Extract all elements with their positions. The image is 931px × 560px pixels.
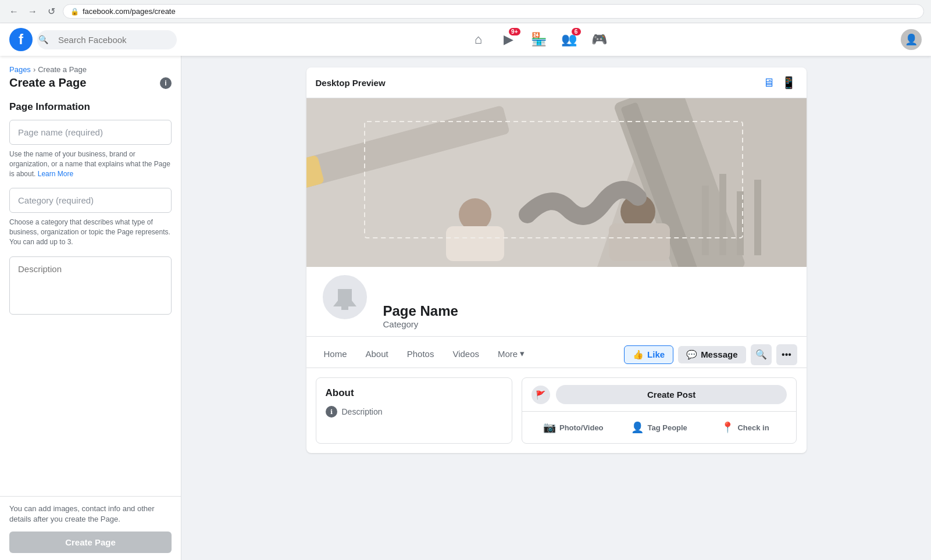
user-avatar[interactable]: 👤 bbox=[901, 29, 922, 50]
forward-button[interactable]: → bbox=[26, 5, 40, 19]
desktop-icon: 🖥 bbox=[763, 76, 775, 89]
more-options-button[interactable]: ••• bbox=[776, 344, 797, 365]
store-icon: 🏪 bbox=[531, 32, 547, 47]
photo-video-button[interactable]: 📷 Photo/Video bbox=[532, 416, 615, 438]
chevron-down-icon: ▾ bbox=[520, 348, 525, 359]
preview-card: Desktop Preview 🖥 📱 bbox=[306, 67, 807, 453]
page-navigation: Home About Photos Videos More ▾ 👍 Like 💬… bbox=[306, 341, 807, 368]
svg-rect-10 bbox=[702, 186, 709, 255]
category-hint: Choose a category that describes what ty… bbox=[9, 217, 172, 247]
url-bar[interactable]: 🔒 facebook.com/pages/create bbox=[63, 4, 924, 19]
page-title: Create a Page bbox=[9, 76, 86, 90]
create-page-button[interactable]: Create Page bbox=[9, 532, 172, 553]
profile-pic-wrap bbox=[320, 273, 369, 322]
page-name-input[interactable] bbox=[9, 120, 172, 145]
tag-icon: 👤 bbox=[631, 421, 644, 434]
nav-right: 👤 bbox=[901, 29, 922, 50]
nav-tab-photos[interactable]: Photos bbox=[399, 342, 443, 368]
main-layout: Pages › Create a Page Create a Page i Pa… bbox=[0, 56, 931, 560]
create-post-button[interactable]: Create Post bbox=[556, 385, 787, 404]
nav-tab-videos[interactable]: Videos bbox=[444, 342, 487, 368]
home-nav-button[interactable]: ⌂ bbox=[465, 26, 493, 53]
svg-marker-15 bbox=[333, 301, 356, 306]
page-action-buttons: 👍 Like 💬 Message 🔍 ••• bbox=[624, 344, 797, 365]
desktop-view-button[interactable]: 🖥 bbox=[762, 74, 776, 91]
breadcrumb: Pages › Create a Page bbox=[9, 65, 172, 74]
thumbs-up-icon: 👍 bbox=[633, 349, 644, 360]
page-name-hint: Use the name of your business, brand or … bbox=[9, 149, 172, 179]
left-sidebar: Pages › Create a Page Create a Page i Pa… bbox=[0, 56, 181, 560]
post-avatar: 🚩 bbox=[532, 386, 550, 404]
info-circle-icon: ℹ bbox=[326, 406, 337, 418]
nav-center: ⌂ ▶ 9+ 🏪 👥 6 🎮 bbox=[177, 26, 901, 53]
mobile-icon: 📱 bbox=[782, 76, 796, 89]
cover-photo bbox=[306, 98, 807, 267]
svg-rect-9 bbox=[609, 223, 670, 261]
browser-bar: ← → ↺ 🔒 facebook.com/pages/create bbox=[0, 0, 931, 23]
profile-name: Page Name bbox=[383, 303, 793, 319]
like-button[interactable]: 👍 Like bbox=[624, 345, 673, 364]
search-wrap: 🔍 bbox=[33, 30, 177, 49]
post-card: 🚩 Create Post 📷 Photo/Video 👤 Tag People bbox=[522, 377, 797, 444]
tag-people-button[interactable]: 👤 Tag People bbox=[618, 416, 701, 438]
profile-info: Page Name Category bbox=[320, 296, 793, 336]
search-icon: 🔍 bbox=[38, 35, 48, 44]
breadcrumb-arrow: › bbox=[33, 65, 35, 74]
lock-icon: 🔒 bbox=[70, 8, 79, 16]
svg-rect-7 bbox=[446, 226, 504, 261]
preview-view-buttons: 🖥 📱 bbox=[762, 74, 797, 91]
sidebar-content: Pages › Create a Page Create a Page i Pa… bbox=[0, 56, 181, 496]
gaming-nav-button[interactable]: 🎮 bbox=[586, 26, 613, 53]
info-icon-button[interactable]: i bbox=[160, 77, 172, 89]
create-post-bar: 🚩 Create Post bbox=[522, 378, 797, 412]
search-page-button[interactable]: 🔍 bbox=[751, 344, 772, 365]
breadcrumb-pages-link[interactable]: Pages bbox=[9, 65, 31, 74]
about-description-text: Description bbox=[342, 407, 383, 416]
post-actions: 📷 Photo/Video 👤 Tag People 📍 Check in bbox=[522, 412, 797, 443]
cover-illustration bbox=[306, 98, 807, 267]
home-icon: ⌂ bbox=[475, 32, 482, 47]
sidebar-bottom: You can add images, contact info and oth… bbox=[0, 496, 181, 560]
groups-badge: 6 bbox=[572, 28, 581, 35]
preview-header: Desktop Preview 🖥 📱 bbox=[306, 67, 807, 98]
profile-section: Page Name Category bbox=[306, 296, 807, 337]
about-card: About ℹ Description bbox=[316, 377, 512, 444]
search-icon: 🔍 bbox=[755, 349, 767, 360]
nav-tab-home[interactable]: Home bbox=[316, 342, 355, 368]
nav-tab-more[interactable]: More ▾ bbox=[490, 341, 533, 368]
about-description-row: ℹ Description bbox=[326, 406, 502, 418]
about-title: About bbox=[326, 387, 502, 399]
message-button[interactable]: 💬 Message bbox=[678, 346, 745, 363]
video-badge: 9+ bbox=[509, 28, 520, 35]
page-body: About ℹ Description 🚩 Create Post 📷 bbox=[306, 368, 807, 453]
category-input[interactable] bbox=[9, 188, 172, 213]
search-input[interactable] bbox=[37, 30, 177, 49]
reload-button[interactable]: ↺ bbox=[44, 5, 58, 19]
svg-point-6 bbox=[459, 198, 491, 231]
more-dots-icon: ••• bbox=[782, 349, 791, 360]
sidebar-note: You can add images, contact info and oth… bbox=[9, 504, 172, 525]
checkin-icon: 📍 bbox=[721, 421, 734, 434]
learn-more-link[interactable]: Learn More bbox=[38, 170, 73, 178]
facebook-logo[interactable]: f bbox=[9, 28, 33, 51]
mobile-view-button[interactable]: 📱 bbox=[780, 74, 797, 91]
page-title-row: Create a Page i bbox=[9, 76, 172, 90]
profile-picture bbox=[320, 273, 369, 322]
check-in-button[interactable]: 📍 Check in bbox=[704, 416, 787, 438]
svg-rect-11 bbox=[719, 174, 726, 255]
facebook-navbar: f 🔍 ⌂ ▶ 9+ 🏪 👥 6 🎮 👤 bbox=[0, 23, 931, 56]
back-button[interactable]: ← bbox=[7, 5, 21, 19]
gaming-icon: 🎮 bbox=[591, 32, 607, 47]
nav-tab-about[interactable]: About bbox=[358, 342, 397, 368]
groups-nav-button[interactable]: 👥 6 bbox=[555, 26, 583, 53]
messenger-icon: 💬 bbox=[686, 349, 697, 360]
description-input[interactable] bbox=[9, 256, 172, 315]
video-nav-button[interactable]: ▶ 9+ bbox=[495, 26, 523, 53]
breadcrumb-current: Create a Page bbox=[38, 65, 87, 74]
profile-category: Category bbox=[383, 319, 793, 329]
preview-area: Desktop Preview 🖥 📱 bbox=[181, 56, 931, 560]
url-text: facebook.com/pages/create bbox=[83, 7, 176, 16]
photo-icon: 📷 bbox=[543, 421, 556, 434]
preview-title: Desktop Preview bbox=[316, 78, 386, 88]
store-nav-button[interactable]: 🏪 bbox=[525, 26, 553, 53]
